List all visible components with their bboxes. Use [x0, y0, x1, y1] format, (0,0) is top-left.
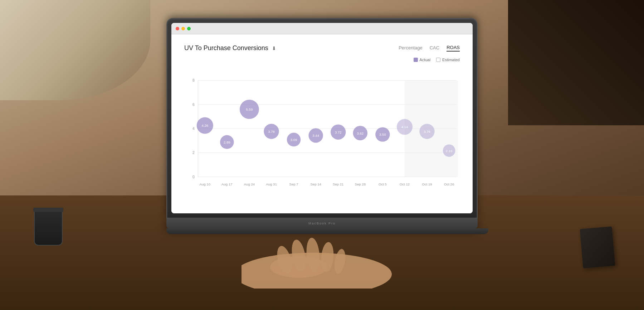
coffee-cup: [34, 210, 63, 246]
chart-header: UV To Purchase Conversions ⬇ Percentage …: [184, 44, 460, 52]
label-aug31: 3.78: [268, 130, 275, 134]
minimize-button[interactable]: [181, 27, 185, 30]
x-label-oct12: Oct 12: [400, 182, 410, 186]
x-label-sep28: Sep 28: [355, 182, 366, 186]
browser-chrome: [171, 23, 473, 34]
chart-svg: 0 2 4 6 8 Aug 10: [184, 65, 460, 206]
download-icon[interactable]: ⬇: [272, 45, 276, 51]
y-label-8: 8: [192, 78, 195, 82]
x-label-sep14: Sep 14: [310, 182, 321, 186]
label-oct19: 3.76: [424, 130, 430, 134]
label-sep14: 3.44: [312, 134, 319, 137]
chart-title: UV To Purchase Conversions: [184, 44, 268, 52]
legend: Actual Estimated: [184, 58, 460, 62]
label-aug10: 4.26: [201, 123, 208, 127]
x-label-sep7: Sep 7: [289, 182, 298, 186]
x-label-aug24: Aug 24: [244, 182, 255, 186]
tab-percentage[interactable]: Percentage: [399, 45, 423, 51]
x-label-oct26: Oct 26: [444, 182, 454, 186]
label-sep21: 3.72: [335, 130, 342, 134]
legend-actual: Actual: [414, 58, 431, 62]
label-aug17: 2.89: [224, 140, 230, 144]
y-label-4: 4: [192, 126, 195, 131]
label-oct12: 4.14: [401, 125, 408, 129]
y-label-6: 6: [192, 102, 195, 107]
y-label-2: 2: [192, 150, 195, 155]
close-button[interactable]: [176, 27, 179, 30]
chart-tabs: Percentage CAC ROAS: [399, 45, 460, 52]
legend-actual-label: Actual: [420, 58, 431, 62]
x-label-oct5: Oct 5: [379, 182, 387, 186]
laptop: UV To Purchase Conversions ⬇ Percentage …: [166, 18, 478, 234]
hand-silhouette: [241, 217, 420, 289]
x-label-aug31: Aug 31: [266, 182, 277, 186]
label-sep7: 3.09: [291, 138, 297, 142]
x-label-aug17: Aug 17: [221, 182, 232, 186]
label-oct5: 3.50: [379, 132, 386, 136]
x-label-sep21: Sep 21: [333, 182, 343, 186]
maximize-button[interactable]: [187, 27, 191, 30]
x-label-oct19: Oct 19: [422, 182, 432, 186]
legend-estimated-swatch: [436, 58, 440, 62]
x-label-aug10: Aug 10: [200, 182, 210, 186]
y-label-0: 0: [192, 175, 195, 179]
legend-actual-swatch: [414, 58, 418, 62]
bg-top-left: [0, 0, 150, 100]
hand-svg: [241, 217, 420, 289]
laptop-lid: UV To Purchase Conversions ⬇ Percentage …: [166, 18, 478, 218]
label-oct26: 2.16: [446, 149, 453, 153]
browser-window: UV To Purchase Conversions ⬇ Percentage …: [171, 23, 473, 213]
label-sep28: 3.62: [357, 131, 364, 135]
browser-content: UV To Purchase Conversions ⬇ Percentage …: [171, 34, 473, 213]
bg-top-right: [508, 0, 644, 125]
legend-estimated: Estimated: [436, 58, 460, 62]
chart-title-row: UV To Purchase Conversions ⬇: [184, 44, 276, 52]
chart-area: 0 2 4 6 8 Aug 10: [184, 65, 460, 206]
tab-cac[interactable]: CAC: [430, 45, 439, 51]
label-aug24: 5.59: [246, 107, 253, 111]
tab-roas[interactable]: ROAS: [447, 45, 460, 52]
legend-estimated-label: Estimated: [442, 58, 460, 62]
notebook: [580, 226, 615, 268]
